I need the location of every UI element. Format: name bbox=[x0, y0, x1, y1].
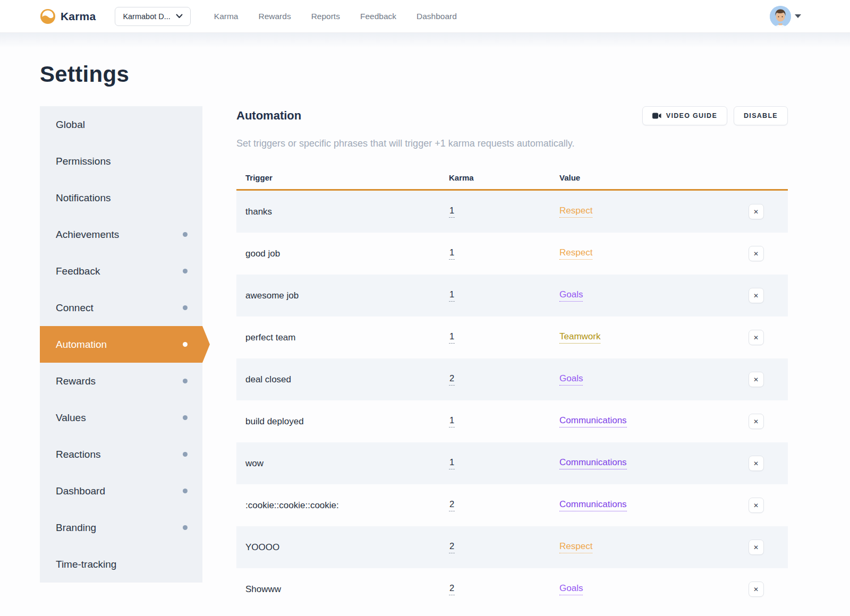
sidebar-item-automation[interactable]: Automation bbox=[40, 326, 210, 363]
table-row: perfect team1Teamwork✕ bbox=[236, 316, 788, 358]
chevron-down-icon bbox=[176, 14, 183, 19]
video-camera-icon bbox=[652, 113, 661, 119]
disable-button[interactable]: DISABLE bbox=[734, 106, 788, 125]
avatar[interactable] bbox=[770, 6, 791, 27]
karma-value[interactable]: 1 bbox=[449, 457, 455, 469]
trigger-text: good job bbox=[245, 249, 449, 259]
table-row: :cookie::cookie::cookie:2Communications✕ bbox=[236, 484, 788, 526]
settings-sidebar: GlobalPermissionsNotificationsAchievemen… bbox=[40, 106, 202, 583]
remove-trigger-button[interactable]: ✕ bbox=[749, 246, 764, 261]
remove-trigger-button[interactable]: ✕ bbox=[749, 288, 764, 303]
sidebar-item-notifications[interactable]: Notifications bbox=[40, 179, 202, 216]
sidebar-item-global[interactable]: Global bbox=[40, 106, 202, 143]
trigger-text: YOOOO bbox=[245, 542, 449, 553]
remove-trigger-button[interactable]: ✕ bbox=[749, 540, 764, 555]
sidebar-item-label: Connect bbox=[56, 302, 94, 314]
automation-panel: Automation VIDEO GUIDE DISABLE Set trigg… bbox=[236, 106, 788, 610]
sidebar-item-connect[interactable]: Connect bbox=[40, 289, 202, 326]
sidebar-item-rewards[interactable]: Rewards bbox=[40, 363, 202, 399]
sidebar-item-label: Time-tracking bbox=[56, 559, 116, 570]
nav-link-karma[interactable]: Karma bbox=[214, 12, 239, 21]
table-body: thanks1Respect✕good job1Respect✕awesome … bbox=[236, 191, 788, 610]
sidebar-item-values[interactable]: Values bbox=[40, 399, 202, 436]
value-link[interactable]: Respect bbox=[559, 206, 592, 218]
sidebar-item-time-tracking[interactable]: Time-tracking bbox=[40, 546, 202, 583]
table-header: Trigger Karma Value bbox=[236, 166, 788, 191]
karma-value[interactable]: 2 bbox=[449, 583, 455, 595]
column-header-value: Value bbox=[559, 173, 741, 182]
trigger-text: Showww bbox=[245, 584, 449, 595]
value-link[interactable]: Communications bbox=[559, 499, 627, 511]
sidebar-item-label: Values bbox=[56, 412, 86, 424]
karma-value[interactable]: 2 bbox=[449, 373, 455, 386]
top-navbar: Karma Karmabot D... KarmaRewardsReportsF… bbox=[0, 0, 850, 33]
sidebar-item-label: Dashboard bbox=[56, 485, 105, 497]
karma-value[interactable]: 2 bbox=[449, 499, 455, 511]
karma-value[interactable]: 1 bbox=[449, 289, 455, 302]
header-divider bbox=[0, 33, 850, 48]
table-row: build deployed1Communications✕ bbox=[236, 400, 788, 442]
workspace-selector[interactable]: Karmabot D... bbox=[115, 7, 190, 26]
nav-link-reports[interactable]: Reports bbox=[311, 12, 340, 21]
value-link[interactable]: Goals bbox=[559, 289, 583, 302]
sidebar-item-feedback[interactable]: Feedback bbox=[40, 253, 202, 289]
section-description: Set triggers or specific phrases that wi… bbox=[236, 138, 788, 149]
sidebar-item-label: Achievements bbox=[56, 229, 119, 241]
remove-trigger-button[interactable]: ✕ bbox=[749, 204, 764, 219]
karma-value[interactable]: 1 bbox=[449, 331, 455, 344]
nav-link-dashboard[interactable]: Dashboard bbox=[416, 12, 457, 21]
disable-label: DISABLE bbox=[744, 112, 778, 119]
sidebar-item-label: Branding bbox=[56, 522, 96, 534]
remove-trigger-button[interactable]: ✕ bbox=[749, 498, 764, 513]
sidebar-item-achievements[interactable]: Achievements bbox=[40, 216, 202, 253]
section-title: Automation bbox=[236, 109, 301, 123]
table-row: thanks1Respect✕ bbox=[236, 191, 788, 233]
brand[interactable]: Karma bbox=[40, 8, 96, 24]
remove-trigger-button[interactable]: ✕ bbox=[749, 330, 764, 345]
video-guide-button[interactable]: VIDEO GUIDE bbox=[642, 106, 727, 125]
notification-dot bbox=[183, 415, 188, 420]
remove-trigger-button[interactable]: ✕ bbox=[749, 372, 764, 387]
trigger-text: thanks bbox=[245, 207, 449, 217]
remove-trigger-button[interactable]: ✕ bbox=[749, 581, 764, 597]
nav-link-rewards[interactable]: Rewards bbox=[258, 12, 291, 21]
table-row: YOOOO2Respect✕ bbox=[236, 526, 788, 568]
nav-links: KarmaRewardsReportsFeedbackDashboard bbox=[214, 12, 457, 21]
value-link[interactable]: Respect bbox=[559, 247, 592, 260]
avatar-caret-icon[interactable] bbox=[795, 14, 801, 18]
notification-dot bbox=[183, 525, 188, 530]
sidebar-item-permissions[interactable]: Permissions bbox=[40, 143, 202, 179]
sidebar-item-reactions[interactable]: Reactions bbox=[40, 436, 202, 473]
value-link[interactable]: Communications bbox=[559, 457, 627, 469]
karma-value[interactable]: 1 bbox=[449, 206, 455, 218]
sidebar-item-branding[interactable]: Branding bbox=[40, 509, 202, 546]
trigger-text: wow bbox=[245, 458, 449, 469]
karma-value[interactable]: 1 bbox=[449, 247, 455, 260]
sidebar-item-label: Notifications bbox=[56, 192, 111, 204]
karma-value[interactable]: 1 bbox=[449, 415, 455, 427]
notification-dot bbox=[183, 452, 188, 457]
value-link[interactable]: Respect bbox=[559, 541, 592, 553]
value-link[interactable]: Goals bbox=[559, 583, 583, 595]
value-link[interactable]: Goals bbox=[559, 373, 583, 386]
table-row: wow1Communications✕ bbox=[236, 442, 788, 484]
brand-name: Karma bbox=[61, 10, 96, 23]
notification-dot bbox=[183, 342, 188, 347]
remove-trigger-button[interactable]: ✕ bbox=[749, 456, 764, 471]
trigger-text: build deployed bbox=[245, 416, 449, 427]
notification-dot bbox=[183, 379, 188, 383]
user-menu bbox=[770, 6, 801, 27]
sidebar-item-label: Permissions bbox=[56, 156, 110, 167]
sidebar-item-label: Automation bbox=[56, 339, 107, 350]
trigger-text: awesome job bbox=[245, 290, 449, 301]
triggers-table: Trigger Karma Value thanks1Respect✕good … bbox=[236, 166, 788, 610]
nav-link-feedback[interactable]: Feedback bbox=[360, 12, 396, 21]
sidebar-item-label: Feedback bbox=[56, 266, 100, 277]
column-header-trigger: Trigger bbox=[245, 173, 449, 182]
karma-value[interactable]: 2 bbox=[449, 541, 455, 553]
trigger-text: deal closed bbox=[245, 374, 449, 385]
value-link[interactable]: Communications bbox=[559, 415, 627, 427]
value-link[interactable]: Teamwork bbox=[559, 331, 600, 344]
sidebar-item-dashboard[interactable]: Dashboard bbox=[40, 473, 202, 509]
remove-trigger-button[interactable]: ✕ bbox=[749, 414, 764, 429]
